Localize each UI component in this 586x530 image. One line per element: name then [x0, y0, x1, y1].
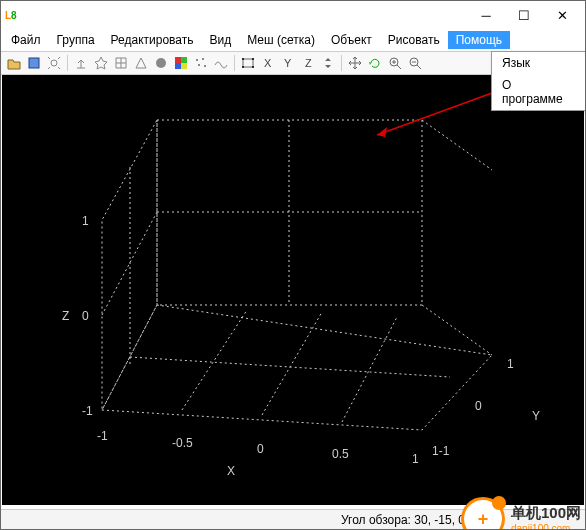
help-dropdown: Язык О программе	[491, 51, 586, 111]
y-axis-label: Y	[532, 409, 540, 423]
svg-point-10	[204, 65, 206, 67]
3d-viewport[interactable]: -1 -0.5 0 0.5 1 X 1-1 0 1 Y -1 0 1 Z	[2, 75, 584, 505]
svg-text:X: X	[264, 57, 272, 69]
watermark: + 单机100网 danji100.com	[461, 497, 581, 530]
move-icon[interactable]	[346, 54, 364, 72]
x-axis-icon[interactable]: X	[259, 54, 277, 72]
close-button[interactable]: ✕	[543, 2, 581, 28]
svg-point-9	[198, 64, 200, 66]
menu-help[interactable]: Помощь	[448, 31, 510, 49]
gizmo-icon[interactable]	[72, 54, 90, 72]
maximize-button[interactable]: ☐	[505, 2, 543, 28]
menu-language[interactable]: Язык	[492, 52, 585, 74]
grid-icon[interactable]	[112, 54, 130, 72]
axes-grid: -1 -0.5 0 0.5 1 X 1-1 0 1 Y -1 0 1 Z	[2, 75, 584, 505]
dots-icon[interactable]	[192, 54, 210, 72]
palette-icon[interactable]	[172, 54, 190, 72]
z-tick: -1	[82, 404, 93, 418]
x-tick: -1	[97, 429, 108, 443]
menu-file[interactable]: Файл	[3, 31, 49, 49]
svg-rect-0	[29, 58, 39, 68]
svg-rect-3	[175, 57, 181, 63]
svg-point-14	[242, 66, 244, 68]
watermark-url: danji100.com	[511, 523, 570, 530]
x-tick: 0	[257, 442, 264, 456]
menu-view[interactable]: Вид	[201, 31, 239, 49]
sphere-icon[interactable]	[152, 54, 170, 72]
svg-point-7	[196, 59, 198, 61]
z-tick: 0	[82, 309, 89, 323]
menu-mesh[interactable]: Меш (сетка)	[239, 31, 323, 49]
app-logo-icon: L8	[5, 7, 21, 23]
menu-object[interactable]: Объект	[323, 31, 380, 49]
svg-point-13	[252, 58, 254, 60]
y-axis-icon[interactable]: Y	[279, 54, 297, 72]
zoomout-icon[interactable]	[406, 54, 424, 72]
minimize-button[interactable]: ─	[467, 2, 505, 28]
rotate-icon[interactable]	[366, 54, 384, 72]
radio-icon[interactable]	[45, 54, 63, 72]
svg-point-8	[202, 58, 204, 60]
watermark-logo-icon: +	[461, 497, 505, 530]
z-axis-icon[interactable]: Z	[299, 54, 317, 72]
svg-text:Z: Z	[305, 57, 312, 69]
open-icon[interactable]	[5, 54, 23, 72]
svg-rect-6	[181, 63, 187, 69]
x-tick: 0.5	[332, 447, 349, 461]
menubar: Файл Группа Редактировать Вид Меш (сетка…	[1, 29, 585, 51]
wave-icon[interactable]	[212, 54, 230, 72]
menu-group[interactable]: Группа	[49, 31, 103, 49]
view-angle-value: 30, -15, 0	[414, 513, 465, 527]
svg-rect-5	[175, 63, 181, 69]
x-tick: -0.5	[172, 436, 193, 450]
svg-point-1	[51, 60, 57, 66]
svg-point-15	[252, 66, 254, 68]
x-axis-label: X	[227, 464, 235, 478]
svg-rect-4	[181, 57, 187, 63]
menu-edit[interactable]: Редактировать	[103, 31, 202, 49]
svg-point-2	[156, 58, 166, 68]
updown-icon[interactable]	[319, 54, 337, 72]
z-axis-label: Z	[62, 309, 69, 323]
svg-rect-11	[243, 59, 253, 67]
svg-point-12	[242, 58, 244, 60]
menu-about[interactable]: О программе	[492, 74, 585, 110]
disk-icon[interactable]	[25, 54, 43, 72]
x-tick: 1	[412, 452, 419, 466]
zoomin-icon[interactable]	[386, 54, 404, 72]
z-tick: 1	[82, 214, 89, 228]
y-tick: 0	[475, 399, 482, 413]
svg-text:Y: Y	[284, 57, 292, 69]
star-icon[interactable]	[92, 54, 110, 72]
view-angle-label: Угол обзора:	[341, 513, 411, 527]
menu-draw[interactable]: Рисовать	[380, 31, 448, 49]
y-tick: 1	[507, 357, 514, 371]
cone-icon[interactable]	[132, 54, 150, 72]
watermark-cn: 单机100网	[511, 504, 581, 523]
yx-corner: 1-1	[432, 444, 450, 458]
titlebar: L8 ─ ☐ ✕	[1, 1, 585, 29]
box-icon[interactable]	[239, 54, 257, 72]
